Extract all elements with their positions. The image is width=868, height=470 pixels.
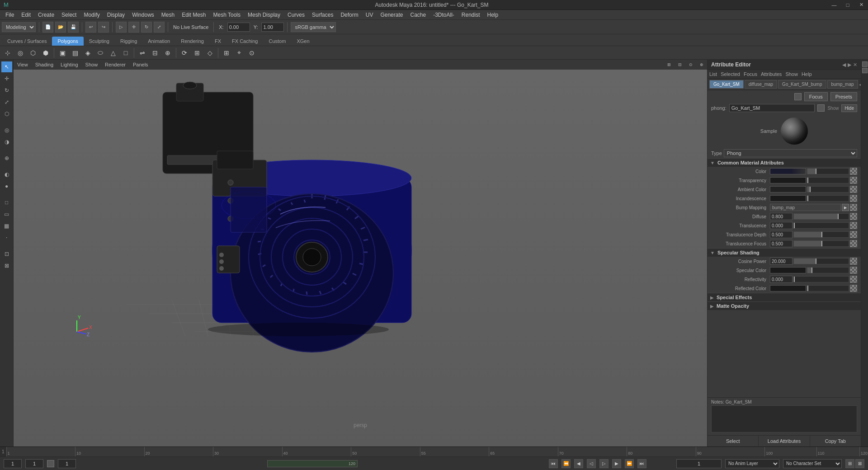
face-select-btn[interactable]: ▦ <box>1 221 12 231</box>
paint-weights-btn[interactable]: ◐ <box>1 169 12 180</box>
window-controls[interactable]: — □ ✕ <box>827 0 868 10</box>
new-scene-btn[interactable]: 📄 <box>42 22 53 33</box>
viewport-nav-panels[interactable]: Panels <box>133 62 148 67</box>
diffuse-checker-btn[interactable] <box>850 213 857 220</box>
matte-opacity-section-header[interactable]: ▶ Matte Opacity <box>708 301 861 310</box>
undo-btn[interactable]: ↩ <box>85 22 96 33</box>
menu-item-modify[interactable]: Modify <box>80 11 103 19</box>
char-set-select[interactable]: No Character Set <box>783 459 842 468</box>
attr-panel-close[interactable]: ✕ <box>853 62 857 68</box>
specular-color-slider[interactable] <box>807 267 849 273</box>
diffuse-slider[interactable] <box>793 213 849 220</box>
triangulate-icon-btn[interactable]: △ <box>107 47 119 59</box>
notes-textarea[interactable] <box>711 405 857 432</box>
phong-name-input[interactable] <box>729 104 815 112</box>
menu-item-surfaces[interactable]: Surfaces <box>308 11 337 19</box>
material-type-select[interactable]: Phong Lambert Blinn <box>724 149 857 157</box>
lasso-icon-btn[interactable]: ◎ <box>14 47 26 59</box>
sculpt-btn[interactable]: ◑ <box>1 136 12 147</box>
combine-icon-btn[interactable]: ▣ <box>57 47 68 59</box>
vertex-select-btn[interactable]: ⬝ <box>1 232 12 243</box>
tab-curves-surfaces[interactable]: Curves / Surfaces <box>2 37 52 46</box>
translate-y-input[interactable] <box>261 23 284 32</box>
open-btn[interactable]: 📂 <box>55 22 66 33</box>
fill-hole-icon-btn[interactable]: ⊕ <box>162 47 174 59</box>
viewport-control-1[interactable]: ⊞ <box>667 62 671 67</box>
viewport-nav-view[interactable]: View <box>17 62 28 67</box>
viewport[interactable]: X Y Z View Shading Lighting Show Rendere… <box>14 60 707 446</box>
universal-manip-btn[interactable]: ⬡ <box>1 108 12 119</box>
edge-loop-icon-btn[interactable]: ⟳ <box>179 47 190 59</box>
menu-item-generate[interactable]: Generate <box>377 11 406 19</box>
translucence-value[interactable] <box>770 222 793 229</box>
gamma-selector[interactable]: sRGB gamma <box>291 22 336 32</box>
close-btn[interactable]: ✕ <box>854 0 868 10</box>
copy-tab-btn[interactable]: Copy Tab <box>810 436 861 446</box>
mat-tab-diffuse-map[interactable]: diffuse_map <box>745 80 777 89</box>
color-slider[interactable] <box>807 168 849 174</box>
save-btn[interactable]: 💾 <box>68 22 79 33</box>
reflectivity-slider[interactable] <box>793 276 849 282</box>
viewport-control-3[interactable]: ⊙ <box>689 62 693 67</box>
attr-nav-selected[interactable]: Selected <box>721 71 740 77</box>
boolean-icon-btn[interactable]: ◈ <box>82 47 94 59</box>
translate-x-input[interactable] <box>227 23 250 32</box>
specular-color-checker-btn[interactable] <box>850 267 857 274</box>
menu-item-mesh[interactable]: Mesh <box>158 11 178 19</box>
mat-tab-go-kart-sm[interactable]: Go_Kart_SM <box>709 80 744 89</box>
separate-icon-btn[interactable]: ▤ <box>69 47 81 59</box>
load-attributes-btn[interactable]: Load Attributes <box>759 436 810 446</box>
rotate-btn[interactable]: ↻ <box>141 22 152 33</box>
transparency-checker-btn[interactable] <box>850 177 857 184</box>
mat-tab-bump-map[interactable]: bump_map <box>827 80 858 89</box>
attr-nav-list[interactable]: List <box>709 71 717 77</box>
tab-xgen[interactable]: XGen <box>291 37 315 46</box>
reflectivity-checker-btn[interactable] <box>850 276 857 283</box>
attr-nav-attributes[interactable]: Attributes <box>761 71 782 77</box>
reflectivity-value[interactable] <box>770 276 793 283</box>
snap-icon-btn[interactable]: ⊡ <box>1 249 12 259</box>
quad-icon-btn[interactable]: □ <box>120 47 132 59</box>
menu-item-select[interactable]: Select <box>58 11 80 19</box>
redo-btn[interactable]: ↪ <box>98 22 109 33</box>
far-right-btn-1[interactable] <box>862 61 868 67</box>
ambient-color-swatch[interactable] <box>770 186 806 193</box>
play-fwd-btn[interactable]: ▷ <box>599 459 609 468</box>
frame-display-input[interactable] <box>25 459 43 468</box>
menu-item-rendist[interactable]: Rendist <box>458 11 484 19</box>
phong-square-btn[interactable] <box>817 104 825 112</box>
go-end-btn[interactable]: ⏭ <box>637 459 646 468</box>
menu-item--3dtoall-[interactable]: -3DtoAll- <box>429 11 458 19</box>
select-mode-btn[interactable]: ▷ <box>116 22 127 33</box>
bump-checker-btn[interactable] <box>850 204 857 211</box>
camera-icon-btn[interactable]: ⊠ <box>1 260 12 271</box>
timeline-ruler[interactable]: 1 10 20 30 40 50 55 65 70 80 90 100 110 … <box>6 447 868 456</box>
attr-nav-focus[interactable]: Focus <box>744 71 757 77</box>
transparency-slider[interactable] <box>807 177 849 183</box>
play-back-btn[interactable]: ◁ <box>587 459 596 468</box>
mat-tab-go-kart-sm-bump[interactable]: Go_Kart_SM_bump <box>778 80 826 89</box>
incandescence-swatch[interactable] <box>770 195 806 202</box>
tab-fx[interactable]: FX <box>209 37 226 46</box>
viewport-control-2[interactable]: ⊟ <box>678 62 682 67</box>
cosine-power-value[interactable] <box>770 258 793 265</box>
cosine-power-slider[interactable] <box>793 258 849 264</box>
menu-item-deform[interactable]: Deform <box>337 11 362 19</box>
edge-select-btn[interactable]: ▭ <box>1 209 12 220</box>
frame-range-input[interactable] <box>58 459 76 468</box>
select-tool-btn[interactable]: ↖ <box>1 61 12 72</box>
reflected-color-swatch[interactable] <box>770 285 806 291</box>
transparency-swatch[interactable] <box>770 177 806 183</box>
viewport-nav-lighting[interactable]: Lighting <box>61 62 78 67</box>
menu-item-uv[interactable]: UV <box>362 11 377 19</box>
tab-custom[interactable]: Custom <box>264 37 292 46</box>
snap-point-icon-btn[interactable]: ⊙ <box>246 47 258 59</box>
tab-rigging[interactable]: Rigging <box>115 37 142 46</box>
rotate-tool-btn[interactable]: ↻ <box>1 85 12 96</box>
special-effects-section-header[interactable]: ▶ Special Effects <box>708 293 861 301</box>
attr-nav-show[interactable]: Show <box>785 71 798 77</box>
minimize-btn[interactable]: — <box>827 0 841 10</box>
move-btn[interactable]: ✛ <box>128 22 139 33</box>
diffuse-value[interactable] <box>770 213 793 220</box>
show-manip-btn[interactable]: ⊕ <box>1 153 12 164</box>
